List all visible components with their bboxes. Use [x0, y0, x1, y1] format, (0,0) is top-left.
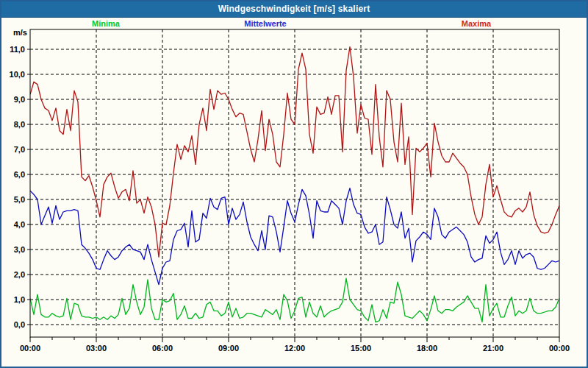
y-tick-label: 6,0: [14, 170, 25, 179]
x-tick-time-label: 15:00: [351, 344, 371, 352]
x-tick-time-label: 03:00: [86, 344, 107, 352]
x-tick-time-label: 09:00: [218, 344, 239, 352]
x-tick-time-label: 12:00: [284, 344, 305, 352]
y-tick-label: 2,0: [14, 270, 25, 279]
y-tick-label: 7,0: [14, 145, 25, 154]
y-tick-label: 4,0: [14, 220, 25, 229]
plot-area: [30, 29, 559, 337]
y-tick-label: 3,0: [14, 245, 25, 254]
x-tick-time-label: 18:00: [417, 344, 437, 352]
y-tick-label: 1,0: [14, 295, 25, 304]
y-tick-label: 0,0: [14, 320, 25, 329]
chart-window: Windgeschwindigkeit [m/s] skaliert Minim…: [0, 0, 588, 368]
x-tick-time-label: 00:00: [20, 344, 40, 352]
y-tick-label: 9,0: [14, 95, 25, 104]
y-tick-label: 5,0: [14, 195, 25, 204]
y-tick-label: 11,0: [10, 45, 25, 54]
y-axis-unit-label: m/s: [13, 28, 27, 37]
x-tick-time-label: 00:00: [549, 344, 570, 352]
y-axis-ticks: [27, 49, 30, 325]
x-tick-time-label: 21:00: [483, 344, 503, 352]
y-tick-label: 8,0: [14, 120, 25, 129]
y-tick-label: 10,0: [10, 70, 25, 79]
x-tick-time-label: 06:00: [152, 344, 173, 352]
wind-speed-chart: 0,01,02,03,04,05,06,07,08,09,010,011,0m/…: [1, 1, 587, 352]
x-axis-ticks: [30, 337, 559, 342]
